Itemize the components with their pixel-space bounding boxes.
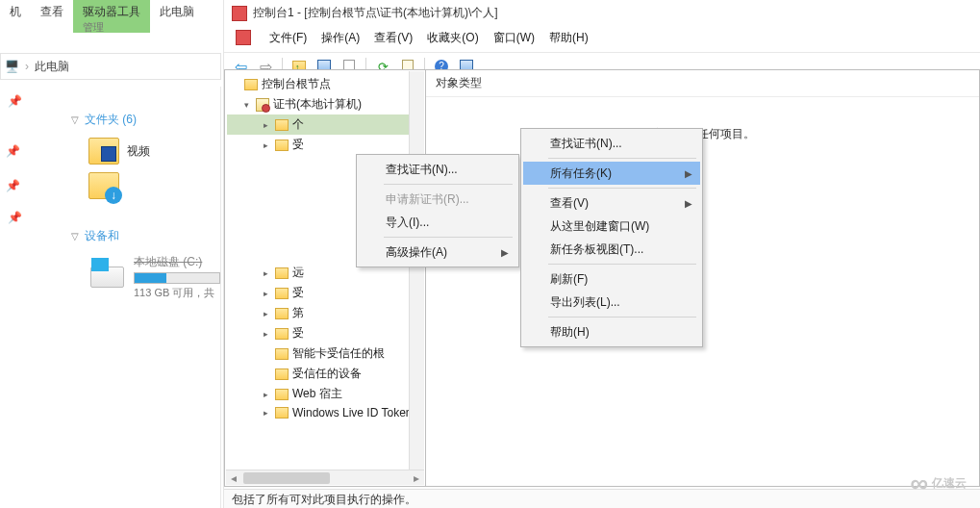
tree-label: 受 [292,285,304,301]
tree-label: Web 宿主 [292,386,342,402]
folder-icon [275,140,289,151]
menu-favorites[interactable]: 收藏夹(O) [427,30,478,46]
menu-window[interactable]: 窗口(W) [493,30,535,46]
scroll-right-icon[interactable]: ▸ [409,471,424,485]
watermark: ∞亿速云 [910,469,967,498]
watermark-icon: ∞ [910,469,928,498]
tree-item[interactable]: ▸第 [227,303,423,323]
result-pane: 对象类型 这里没有任何项目。 [426,69,980,487]
horizontal-scrollbar[interactable]: ◂ ▸ [226,470,424,485]
ctx-help[interactable]: 帮助(H) [523,320,700,343]
folder-icon [244,79,258,90]
cert-icon [256,98,269,112]
local-disk-c[interactable]: 本地磁盘 (C:) 113 GB 可用，共 [8,254,220,300]
chevron-right-icon: ▸ [260,140,271,150]
ctx-request-cert: 申请新证书(R)... [359,188,516,211]
ribbon-view[interactable]: 查看 [31,0,73,33]
status-bar: 包括了所有可对此项目执行的操作。 [224,489,980,508]
watermark-text: 亿速云 [932,475,967,492]
menu-separator [384,184,513,185]
folder-icon [275,348,289,360]
ribbon-drive-tools[interactable]: 驱动器工具 管理 [73,0,150,33]
pin-icon: 📌 [8,94,22,108]
hdd-meta: 本地磁盘 (C:) 113 GB 可用，共 [134,254,220,300]
ctx-advanced[interactable]: 高级操作(A)▶ [359,241,516,264]
tree-item[interactable]: ▸受 [227,283,423,303]
menu-separator [548,317,696,318]
pin-icon: 📌 [6,144,20,158]
ctx-all-tasks[interactable]: 所有任务(K)▶ [523,162,700,185]
pin-icon: 📌 [8,211,22,224]
ctx-view[interactable]: 查看(V)▶ [523,191,700,215]
chevron-down-icon: ▽ [71,231,79,241]
tree-cert-root[interactable]: ▾证书(本地计算机) [227,94,423,114]
menu-separator [548,264,696,265]
menu-file[interactable]: 文件(F) [269,30,307,46]
breadcrumb[interactable]: 🖥️ › 此电脑 [0,53,221,80]
ctx-new-taskpad[interactable]: 新任务板视图(T)... [523,238,700,261]
tree-item[interactable]: ▸Windows Live ID Token [227,404,423,421]
tree-item[interactable]: ▸Web 宿主 [227,384,423,404]
monitor-icon: 🖥️ [5,60,19,73]
tree-label: 受 [292,325,304,342]
menu-help[interactable]: 帮助(H) [549,30,589,46]
ctx-label: 新任务板视图(T)... [550,241,643,258]
ctx-label: 查找证书(N)... [386,162,458,178]
devices-section-title: 设备和 [85,228,119,244]
tree-item[interactable]: 智能卡受信任的根 [227,343,423,364]
menu-action[interactable]: 操作(A) [321,30,360,46]
ribbon-this-pc[interactable]: 此电脑 [150,0,204,33]
tree-label: 受信任的设备 [292,366,362,382]
pin-icon: 📌 [6,179,20,192]
ctx-export-list[interactable]: 导出列表(L)... [523,291,700,314]
disk-info: 113 GB 可用，共 [134,286,220,300]
ctx-label: 导入(I)... [386,215,429,231]
disk-name: 本地磁盘 (C:) [134,254,220,270]
result-column-header[interactable]: 对象类型 [426,70,979,97]
tree-label: Windows Live ID Token [292,406,413,419]
menu-view[interactable]: 查看(V) [374,30,413,46]
chevron-right-icon: ▸ [260,268,271,278]
ribbon-machine[interactable]: 机 [0,0,31,33]
folders-section-header[interactable]: ▽ 文件夹 (6) [8,108,220,134]
folder-label: 视频 [127,143,150,160]
chevron-right-icon: ▶ [685,198,692,209]
tree-item[interactable]: ▸受 [227,135,423,155]
downloads-folder-icon [88,172,119,199]
ctx-find-cert[interactable]: 查找证书(N)... [359,158,516,181]
chevron-right-icon: › [25,60,29,73]
ctx-label: 查看(V) [550,195,589,212]
videos-folder-icon [88,138,119,165]
ctx-label: 查找证书(N)... [550,136,622,152]
chevron-right-icon: ▶ [685,168,692,179]
folder-downloads[interactable]: 📌 [8,168,220,203]
disk-usage-bar [134,272,220,284]
ctx-import[interactable]: 导入(I)... [359,211,516,234]
tree-label: 受 [292,137,304,153]
scroll-thumb[interactable] [243,472,330,484]
chevron-right-icon: ▸ [260,390,271,399]
ctx-label: 刷新(F) [550,271,588,288]
folder-videos[interactable]: 📌 视频 [8,134,220,168]
mmc-menubar: 文件(F) 操作(A) 查看(V) 收藏夹(O) 窗口(W) 帮助(H) [224,26,980,52]
folder-icon [275,389,289,400]
explorer-ribbon: 机 查看 驱动器工具 管理 此电脑 [0,0,221,33]
tree-item-personal[interactable]: ▸个 [227,114,423,135]
ctx-refresh[interactable]: 刷新(F) [523,267,700,291]
folders-section-title: 文件夹 (6) [85,112,137,128]
mmc-title-text: 控制台1 - [控制台根节点\证书(本地计算机)\个人] [253,5,498,21]
devices-section-header[interactable]: ▽ 设备和 [8,224,220,250]
ctx-new-window[interactable]: 从这里创建窗口(W) [523,215,700,238]
context-submenu-all-tasks: 查找证书(N)... 申请新证书(R)... 导入(I)... 高级操作(A)▶ [356,154,519,267]
scroll-left-icon[interactable]: ◂ [226,471,241,485]
tree-root[interactable]: 控制台根节点 [227,74,423,94]
ribbon-drive-tools-label: 驱动器工具 [83,4,140,20]
folder-icon [275,407,289,419]
folder-icon [275,119,289,131]
chevron-right-icon: ▸ [260,408,271,418]
vertical-scrollbar[interactable] [409,71,424,470]
ctx-find-cert[interactable]: 查找证书(N)... [523,132,700,155]
chevron-right-icon: ▸ [260,329,271,339]
tree-item[interactable]: 受信任的设备 [227,364,423,384]
tree-item[interactable]: ▸受 [227,323,423,343]
